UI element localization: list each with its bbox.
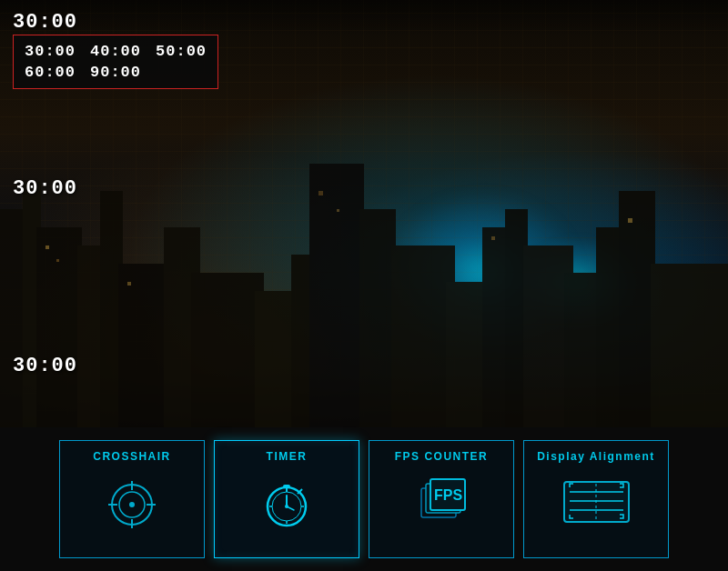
svg-text:FPS: FPS	[434, 487, 462, 503]
svg-rect-21	[46, 245, 49, 249]
crosshair-label: CROSSHAIR	[93, 450, 171, 463]
svg-rect-10	[309, 164, 364, 427]
display-alignment-button[interactable]: Display Alignment	[523, 440, 669, 558]
svg-rect-12	[391, 245, 455, 427]
timer-option-60[interactable]: 60:00	[25, 64, 76, 81]
svg-rect-20	[651, 264, 728, 427]
display-align-icon-area	[531, 463, 661, 546]
crosshair-icon-area	[67, 463, 197, 546]
svg-rect-27	[628, 218, 632, 223]
timer-option-30[interactable]: 30:00	[25, 43, 76, 60]
timer-display-bottom: 30:00	[13, 355, 77, 377]
toolbar: CROSSHAIR TIMER	[0, 427, 728, 571]
game-viewport: 30:00 30:00 40:00 50:00 60:00 90:00 30:0…	[0, 0, 728, 427]
timer-option-90[interactable]: 90:00	[90, 64, 141, 81]
crosshair-icon	[105, 477, 159, 532]
svg-rect-25	[337, 209, 339, 212]
timer-icon	[259, 476, 314, 534]
display-alignment-label: Display Alignment	[537, 450, 655, 463]
timer-option-40[interactable]: 40:00	[90, 43, 141, 60]
svg-rect-22	[56, 259, 59, 262]
timer-display-mid: 30:00	[13, 177, 77, 200]
fps-icon-area: FPS	[377, 463, 506, 546]
svg-rect-7	[191, 273, 264, 427]
city-silhouette	[0, 136, 728, 427]
timer-icon-area	[222, 463, 351, 546]
svg-point-42	[285, 505, 288, 508]
fps-counter-button[interactable]: FPS COUNTER FPS	[369, 440, 514, 558]
crosshair-button[interactable]: CROSSHAIR	[59, 440, 205, 558]
display-alignment-icon	[562, 480, 631, 529]
svg-rect-2	[36, 227, 82, 427]
svg-rect-26	[491, 236, 495, 240]
svg-rect-23	[127, 282, 131, 286]
timer-option-50[interactable]: 50:00	[156, 43, 207, 60]
timer-dropdown-panel[interactable]: 30:00 40:00 50:00 60:00 90:00	[13, 35, 218, 89]
svg-rect-37	[283, 485, 290, 488]
svg-rect-11	[359, 209, 396, 427]
timer-button[interactable]: TIMER	[214, 440, 359, 558]
svg-point-30	[129, 502, 135, 507]
fps-counter-label: FPS COUNTER	[395, 450, 489, 463]
fps-icon: FPS	[412, 476, 471, 534]
timer-label: TIMER	[267, 450, 308, 463]
timer-display-top: 30:00	[13, 11, 77, 34]
svg-rect-19	[619, 191, 655, 427]
svg-rect-24	[318, 191, 323, 195]
